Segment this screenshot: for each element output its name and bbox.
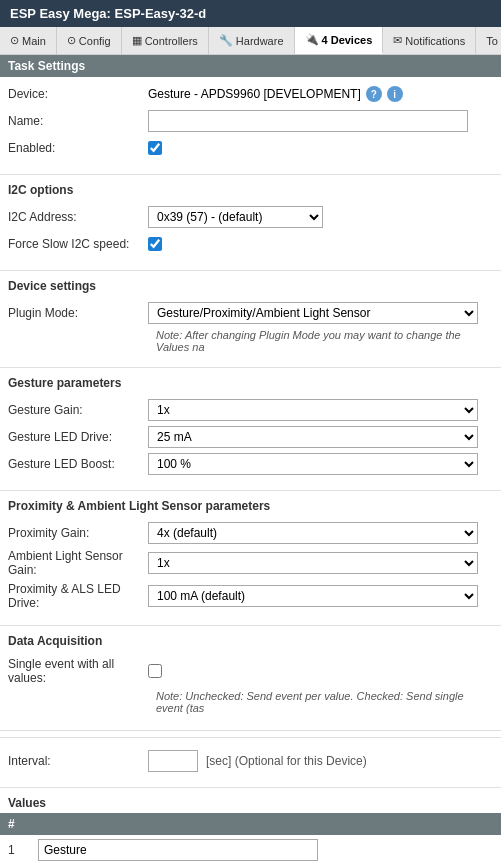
enabled-checkbox[interactable] — [148, 141, 162, 155]
tab-notifications[interactable]: ✉ Notifications — [383, 27, 476, 54]
gesture-section-title: Gesture parameters — [0, 367, 501, 393]
force-slow-checkbox[interactable] — [148, 237, 162, 251]
enabled-value-area — [148, 141, 493, 155]
ambient-gain-row: Ambient Light Sensor Gain: 1x — [8, 549, 493, 577]
tab-hardware[interactable]: 🔧 Hardware — [209, 27, 295, 54]
plugin-mode-label: Plugin Mode: — [8, 306, 148, 320]
row-num: 1 — [0, 835, 30, 861]
tab-tools[interactable]: To — [476, 27, 501, 54]
row-value-input[interactable] — [38, 839, 318, 861]
plugin-mode-value-area: Gesture/Proximity/Ambient Light Sensor — [148, 302, 493, 324]
gesture-led-drive-select[interactable]: 25 mA — [148, 426, 478, 448]
i2c-address-select[interactable]: 0x39 (57) - (default) — [148, 206, 323, 228]
info-icon[interactable]: i — [387, 86, 403, 102]
i2c-address-label: I2C Address: — [8, 210, 148, 224]
values-table: # 1 2 3 — [0, 813, 501, 861]
proximity-gain-row: Proximity Gain: 4x (default) — [8, 522, 493, 544]
gesture-led-boost-select[interactable]: 100 % — [148, 453, 478, 475]
gesture-gain-row: Gesture Gain: 1x — [8, 399, 493, 421]
notifications-icon: ✉ — [393, 34, 402, 47]
tab-notifications-label: Notifications — [405, 35, 465, 47]
proximity-gain-select[interactable]: 4x (default) — [148, 522, 478, 544]
force-slow-value-area — [148, 237, 493, 251]
gesture-led-boost-label: Gesture LED Boost: — [8, 457, 148, 471]
enabled-label: Enabled: — [8, 141, 148, 155]
device-settings-title: Device settings — [0, 270, 501, 296]
tab-controllers[interactable]: ▦ Controllers — [122, 27, 209, 54]
task-settings-header: Task Settings — [0, 55, 501, 77]
i2c-section-title: I2C options — [0, 174, 501, 200]
config-icon: ⊙ — [67, 34, 76, 47]
title-bar: ESP Easy Mega: ESP-Easy-32-d — [0, 0, 501, 27]
tab-config[interactable]: ⊙ Config — [57, 27, 122, 54]
enabled-row: Enabled: — [8, 137, 493, 159]
proximity-als-led-select[interactable]: 100 mA (default) — [148, 585, 478, 607]
device-row: Device: Gesture - APDS9960 [DEVELOPMENT]… — [8, 83, 493, 105]
name-input[interactable]: APDS9960 — [148, 110, 468, 132]
tab-config-label: Config — [79, 35, 111, 47]
device-settings-section: Plugin Mode: Gesture/Proximity/Ambient L… — [0, 296, 501, 363]
values-section-title: Values — [0, 787, 501, 813]
tab-tools-label: To — [486, 35, 498, 47]
device-value-text: Gesture - APDS9960 [DEVELOPMENT] — [148, 87, 361, 101]
values-header: # — [0, 813, 30, 835]
gesture-led-boost-row: Gesture LED Boost: 100 % — [8, 453, 493, 475]
main-icon: ⊙ — [10, 34, 19, 47]
ambient-gain-label: Ambient Light Sensor Gain: — [8, 549, 148, 577]
i2c-section: I2C Address: 0x39 (57) - (default) Force… — [0, 200, 501, 266]
values-header-name — [30, 813, 501, 835]
interval-suffix: [sec] (Optional for this Device) — [206, 754, 367, 768]
tab-devices[interactable]: 🔌 4 Devices — [295, 27, 384, 54]
controllers-icon: ▦ — [132, 34, 142, 47]
i2c-address-row: I2C Address: 0x39 (57) - (default) — [8, 206, 493, 228]
plugin-mode-note: Note: After changing Plugin Mode you may… — [148, 329, 493, 353]
single-event-checkbox[interactable] — [148, 664, 162, 678]
tab-devices-label: 4 Devices — [322, 34, 373, 46]
gesture-led-drive-row: Gesture LED Drive: 25 mA — [8, 426, 493, 448]
name-row: Name: APDS9960 — [8, 110, 493, 132]
row-value-cell — [30, 835, 501, 861]
force-slow-row: Force Slow I2C speed: — [8, 233, 493, 255]
nav-tabs: ⊙ Main ⊙ Config ▦ Controllers 🔧 Hardware… — [0, 27, 501, 55]
force-slow-label: Force Slow I2C speed: — [8, 237, 148, 251]
tab-controllers-label: Controllers — [145, 35, 198, 47]
interval-input[interactable]: 1 — [148, 750, 198, 772]
gesture-gain-value-area: 1x — [148, 399, 493, 421]
device-value-area: Gesture - APDS9960 [DEVELOPMENT] ? i — [148, 86, 493, 102]
interval-section: Interval: 1 [sec] (Optional for this Dev… — [0, 744, 501, 783]
gesture-section: Gesture Gain: 1x Gesture LED Drive: 25 m… — [0, 393, 501, 486]
proximity-als-led-label: Proximity & ALS LED Drive: — [8, 582, 148, 610]
proximity-als-led-row: Proximity & ALS LED Drive: 100 mA (defau… — [8, 582, 493, 610]
proximity-section: Proximity Gain: 4x (default) Ambient Lig… — [0, 516, 501, 621]
ambient-gain-select[interactable]: 1x — [148, 552, 478, 574]
name-label: Name: — [8, 114, 148, 128]
plugin-mode-select[interactable]: Gesture/Proximity/Ambient Light Sensor — [148, 302, 478, 324]
gesture-led-drive-label: Gesture LED Drive: — [8, 430, 148, 444]
i2c-address-value-area: 0x39 (57) - (default) — [148, 206, 493, 228]
ambient-gain-value-area: 1x — [148, 552, 493, 574]
name-value-area: APDS9960 — [148, 110, 493, 132]
data-acq-title: Data Acquisition — [0, 625, 501, 651]
divider2 — [0, 737, 501, 738]
data-acq-section: Single event with all values: Note: Unch… — [0, 651, 501, 724]
proximity-gain-value-area: 4x (default) — [148, 522, 493, 544]
gesture-gain-label: Gesture Gain: — [8, 403, 148, 417]
table-row: 1 — [0, 835, 501, 861]
single-event-row: Single event with all values: — [8, 657, 493, 685]
gesture-led-boost-value-area: 100 % — [148, 453, 493, 475]
interval-label: Interval: — [8, 754, 148, 768]
tab-hardware-label: Hardware — [236, 35, 284, 47]
main-content: Device: Gesture - APDS9960 [DEVELOPMENT]… — [0, 77, 501, 861]
help-icon[interactable]: ? — [366, 86, 382, 102]
single-event-value-area — [148, 664, 493, 678]
single-event-note: Note: Unchecked: Send event per value. C… — [148, 690, 493, 714]
gesture-gain-select[interactable]: 1x — [148, 399, 478, 421]
devices-icon: 🔌 — [305, 33, 319, 46]
page-title: ESP Easy Mega: ESP-Easy-32-d — [10, 6, 206, 21]
tab-main-label: Main — [22, 35, 46, 47]
proximity-gain-label: Proximity Gain: — [8, 526, 148, 540]
tab-main[interactable]: ⊙ Main — [0, 27, 57, 54]
device-label: Device: — [8, 87, 148, 101]
plugin-mode-row: Plugin Mode: Gesture/Proximity/Ambient L… — [8, 302, 493, 324]
proximity-als-led-value-area: 100 mA (default) — [148, 585, 493, 607]
